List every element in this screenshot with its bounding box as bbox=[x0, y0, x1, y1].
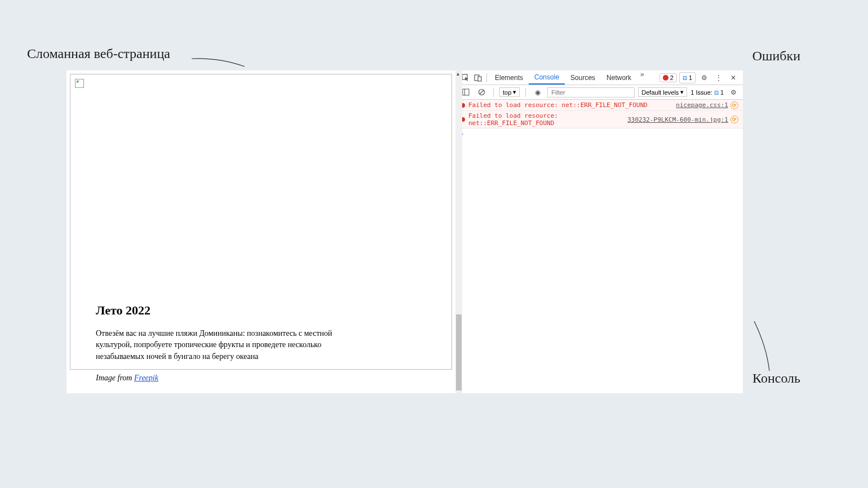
context-selector[interactable]: top ▾ bbox=[499, 87, 520, 97]
chevron-down-icon: ▾ bbox=[513, 88, 516, 96]
log-levels-selector[interactable]: Default levels ▾ bbox=[638, 87, 687, 97]
page-body-text: Отвезём вас на лучшие пляжи Доминиканы: … bbox=[96, 328, 338, 362]
annotation-broken-page: Сломанная веб-страница bbox=[27, 46, 170, 61]
tab-console[interactable]: Console bbox=[529, 70, 565, 85]
issues-indicator[interactable]: 1 Issue: ⧈ 1 bbox=[690, 88, 724, 97]
levels-label: Default levels bbox=[641, 89, 679, 96]
tabs-overflow-icon[interactable]: » bbox=[637, 70, 648, 85]
error-count: 2 bbox=[670, 74, 674, 81]
credit-link[interactable]: Freepik bbox=[134, 374, 158, 382]
annotation-console: Консоль bbox=[752, 371, 800, 386]
issues-count: 1 bbox=[720, 89, 724, 96]
annotation-arrow-right bbox=[750, 321, 772, 372]
device-toggle-icon[interactable] bbox=[472, 72, 484, 84]
info-count-badge[interactable]: ⧈ 1 bbox=[679, 72, 696, 83]
issues-chat-icon: ⧈ bbox=[714, 88, 719, 97]
browser-viewport: Лето 2022 Отвезём вас на лучшие пляжи До… bbox=[67, 70, 455, 393]
console-filter-bar: top ▾ ◉ Default levels ▾ 1 Issue: ⧈ 1 ⚙ bbox=[456, 85, 743, 100]
console-error-row: Failed to load resource: net::ERR_FILE_N… bbox=[456, 100, 743, 111]
console-output: Failed to load resource: net::ERR_FILE_N… bbox=[456, 100, 743, 393]
devtools-panel: Elements Console Sources Network » 2 ⧈ 1… bbox=[455, 70, 743, 393]
devtools-toolbar: Elements Console Sources Network » 2 ⧈ 1… bbox=[456, 70, 743, 85]
separator bbox=[525, 88, 526, 97]
error-source-link[interactable]: 330232-P9LKCM-600-min.jpg:1 bbox=[627, 116, 728, 123]
settings-icon[interactable]: ⚙ bbox=[698, 72, 710, 84]
live-expression-icon[interactable]: ◉ bbox=[532, 86, 544, 99]
link-badge-icon[interactable]: ⟳ bbox=[730, 116, 738, 123]
svg-rect-2 bbox=[478, 77, 481, 81]
screenshot-container: Лето 2022 Отвезём вас на лучшие пляжи До… bbox=[67, 70, 743, 393]
tab-sources[interactable]: Sources bbox=[565, 70, 601, 85]
info-chat-icon: ⧈ bbox=[683, 73, 687, 82]
error-message: Failed to load resource: net::ERR_FILE_N… bbox=[468, 112, 627, 127]
separator bbox=[493, 88, 494, 97]
filter-input[interactable] bbox=[547, 87, 635, 97]
broken-image-icon bbox=[75, 79, 84, 88]
error-message: Failed to load resource: net::ERR_FILE_N… bbox=[468, 101, 676, 109]
image-credit: Image from Freepik bbox=[96, 374, 426, 383]
context-label: top bbox=[503, 89, 511, 96]
annotation-errors: Ошибки bbox=[752, 48, 800, 64]
error-dot-icon bbox=[663, 75, 668, 81]
svg-rect-3 bbox=[463, 89, 469, 95]
tab-elements[interactable]: Elements bbox=[489, 70, 529, 85]
devtools-tabs: Elements Console Sources Network » bbox=[489, 70, 648, 85]
info-count: 1 bbox=[689, 74, 692, 81]
console-settings-icon[interactable]: ⚙ bbox=[727, 86, 739, 99]
separator bbox=[486, 73, 487, 82]
kebab-menu-icon[interactable]: ⋮ bbox=[712, 72, 725, 84]
page-title: Лето 2022 bbox=[96, 303, 426, 318]
annotation-arrow-left bbox=[192, 56, 245, 68]
link-badge-icon[interactable]: ⟳ bbox=[730, 101, 738, 109]
scrollbar-thumb[interactable] bbox=[456, 314, 462, 391]
page-content: Лето 2022 Отвезём вас на лучшие пляжи До… bbox=[70, 74, 452, 370]
console-error-row: Failed to load resource: net::ERR_FILE_N… bbox=[456, 111, 743, 128]
svg-line-6 bbox=[480, 90, 484, 94]
error-source-link[interactable]: nicepage.css:1 bbox=[676, 101, 728, 109]
close-icon[interactable]: ✕ bbox=[727, 72, 739, 84]
issues-prefix: 1 Issue: bbox=[690, 89, 712, 96]
chevron-down-icon: ▾ bbox=[680, 88, 684, 96]
error-count-badge[interactable]: 2 bbox=[659, 73, 677, 82]
tab-network[interactable]: Network bbox=[601, 70, 637, 85]
clear-console-icon[interactable] bbox=[475, 86, 488, 99]
scrollbar[interactable] bbox=[455, 70, 462, 393]
console-prompt[interactable]: › bbox=[456, 128, 743, 139]
credit-prefix: Image from bbox=[96, 374, 134, 382]
